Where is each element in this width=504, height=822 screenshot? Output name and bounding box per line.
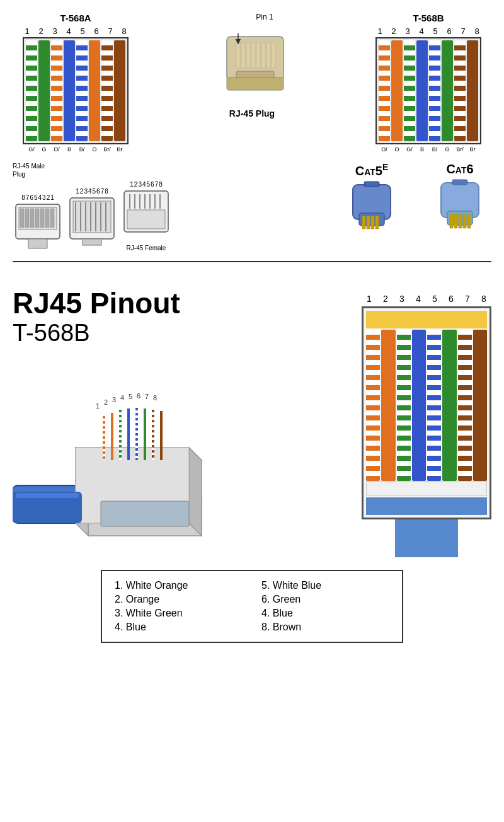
wire-1 (26, 40, 37, 141)
svg-rect-7 (256, 43, 260, 68)
legend-item-1: 1. White Orange (115, 580, 243, 591)
svg-rect-4 (241, 43, 245, 68)
cat-labels: CAT5E CAT6 (340, 162, 491, 241)
svg-rect-54 (467, 214, 471, 228)
svg-rect-33 (127, 210, 165, 229)
conn3-svg (121, 188, 171, 245)
svg-rect-8 (261, 43, 265, 68)
svg-rect-64 (101, 501, 189, 526)
t568a-diagram: T-568A 12345678 (13, 13, 139, 153)
cat5e-label: CAT5E (355, 162, 389, 178)
pin-wire-8 (473, 330, 487, 481)
pinout-left: RJ45 Pinout T-568B (13, 287, 227, 555)
svg-text:6: 6 (137, 392, 140, 400)
conn2-group: 12345678 (67, 188, 117, 252)
svg-rect-46 (375, 216, 379, 229)
t568b-diagram: T-568B 12345678 (365, 13, 491, 153)
conn2-pins: 12345678 (76, 188, 108, 195)
svg-marker-21 (28, 239, 47, 248)
cat5e-group: CAT5E (340, 162, 403, 241)
pin-wires-area (366, 330, 487, 481)
pin-bottom-bar (366, 497, 487, 515)
t568a-wires (23, 37, 129, 144)
pin-diagram-right: 1 2 3 4 5 6 7 8 (362, 294, 491, 557)
cat5e-plug-svg (340, 178, 403, 241)
wire-b4 (416, 40, 428, 141)
connector-diagrams: 87654321 (13, 181, 171, 252)
conn3-pins: 12345678 (130, 181, 163, 188)
connector-3d-svg: 1 2 3 4 5 6 7 8 (13, 359, 227, 555)
svg-rect-31 (83, 239, 101, 245)
svg-rect-5 (246, 43, 250, 68)
svg-rect-86 (16, 493, 79, 498)
svg-text:2: 2 (104, 398, 108, 406)
wire-b3 (404, 40, 415, 141)
svg-marker-62 (189, 448, 202, 536)
cat6-label: CAT6 (446, 162, 473, 177)
pin-middle-bar (366, 481, 487, 496)
svg-rect-14 (20, 209, 24, 228)
svg-rect-44 (367, 216, 370, 229)
conn1-svg (13, 201, 63, 252)
svg-rect-55 (452, 180, 467, 185)
t568b-title: T-568B (413, 13, 444, 23)
pin-diagram-box (362, 306, 491, 519)
wire-b2 (391, 40, 403, 141)
wire-5 (76, 40, 88, 141)
conn1-pins: 87654321 (21, 194, 54, 201)
conn2-svg (67, 195, 117, 252)
svg-rect-43 (362, 216, 365, 229)
svg-text:7: 7 (145, 393, 149, 400)
t568a-pin-numbers: 12345678 (20, 26, 131, 36)
rj45-male-label: RJ-45 Male Plug (13, 162, 45, 178)
t568a-labels: G/GO/BB/OBr/Br (25, 146, 126, 153)
top-section: T-568A 12345678 (0, 0, 504, 275)
pin-wire-5 (427, 330, 441, 481)
svg-text:5: 5 (129, 393, 132, 400)
svg-rect-9 (266, 43, 270, 68)
pin-row-numbers: 1 2 3 4 5 6 7 8 (362, 294, 491, 304)
t568b-labels: O/OG/BB/GBr/Br (378, 146, 479, 153)
svg-rect-10 (272, 43, 275, 68)
wire-3 (51, 40, 62, 141)
wire-b6 (442, 40, 453, 141)
t568b-pin-numbers: 12345678 (373, 26, 484, 36)
conn1-group: 87654321 (13, 194, 63, 252)
svg-rect-51 (454, 214, 457, 228)
legend-item-6: 6. Green (261, 594, 389, 605)
cat6-group: CAT6 (428, 162, 491, 240)
rj45-plug-svg (202, 24, 302, 106)
legend-item-5: 5. White Blue (261, 580, 389, 591)
legend-box: 1. White Orange 5. White Blue 2. Orange … (101, 570, 403, 643)
svg-rect-50 (450, 214, 453, 228)
conn3-group: 12345678 RJ-45 (121, 181, 171, 252)
center-plug: Pin 1 (183, 13, 321, 119)
t568b-wires (375, 37, 481, 144)
wire-b8 (467, 40, 478, 141)
svg-rect-53 (463, 214, 466, 228)
cat6-plug-svg (428, 177, 491, 240)
svg-rect-2 (227, 78, 284, 90)
pinout-main: RJ45 Pinout T-568B (13, 287, 491, 557)
pin-wire-1 (366, 330, 380, 481)
pin-cable-bottom (395, 519, 458, 557)
svg-rect-17 (35, 209, 39, 228)
legend-item-3: 3. White Green (115, 608, 243, 619)
rj45-male-group: RJ-45 Male Plug 87654321 (13, 162, 171, 252)
svg-text:8: 8 (153, 394, 157, 402)
svg-rect-45 (371, 216, 374, 229)
rj45-plug-label: RJ-45 Plug (229, 108, 275, 119)
wire-b5 (429, 40, 440, 141)
pin-wire-2 (381, 330, 395, 481)
pin1-label: Pin 1 (256, 13, 273, 21)
wire-b7 (454, 40, 466, 141)
wire-b1 (379, 40, 390, 141)
svg-text:3: 3 (112, 396, 116, 403)
svg-rect-3 (236, 43, 240, 68)
svg-rect-16 (30, 209, 34, 228)
top-row: T-568A 12345678 (13, 13, 491, 153)
pinout-subtitle: T-568B (13, 320, 90, 347)
svg-text:4: 4 (120, 394, 124, 402)
bottom-section: RJ45 Pinout T-568B (0, 275, 504, 668)
svg-rect-18 (40, 209, 44, 228)
